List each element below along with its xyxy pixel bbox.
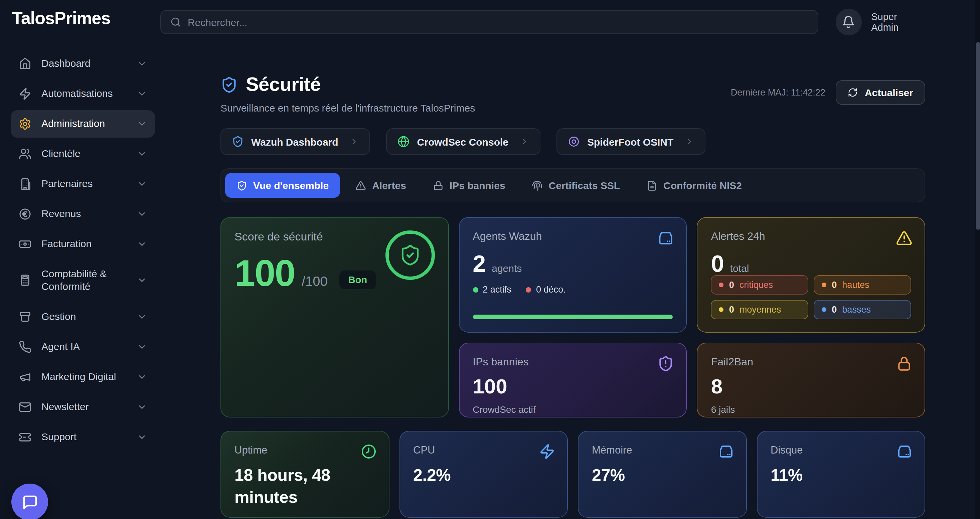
tab-ips-bannies[interactable]: IPs bannies	[422, 173, 517, 198]
security-score-max: /100	[302, 274, 328, 289]
zap-icon	[19, 88, 32, 100]
sidebar-item-label: Automatisations	[41, 88, 127, 100]
topbar: Super Admin	[160, 0, 980, 44]
search-icon	[170, 17, 181, 27]
agents-active-label: 2 actifs	[483, 285, 511, 295]
sidebar-item-label: Facturation	[41, 238, 127, 250]
card-title: Agents Wazuh	[473, 231, 673, 242]
spiderfoot-osint-link[interactable]: SpiderFoot OSINT	[557, 128, 705, 155]
shield-check-icon	[232, 135, 244, 148]
sidebar-item-automatisations[interactable]: Automatisations	[11, 80, 155, 108]
sidebar-item-agent-ia[interactable]: Agent IA	[11, 333, 155, 360]
refresh-button[interactable]: Actualiser	[836, 80, 925, 105]
severity-count: 0	[832, 280, 837, 290]
app-window: TalosPrimes Dashboard Automatisations Ad…	[0, 0, 980, 519]
sidebar-item-gestion[interactable]: Gestion	[11, 303, 155, 330]
sidebar-item-newsletter[interactable]: Newsletter	[11, 393, 155, 420]
chevron-down-icon	[137, 275, 147, 285]
tab-vue-densemble[interactable]: Vue d'ensemble	[225, 173, 340, 198]
globe-icon	[398, 135, 410, 148]
agents-disconnected-label: 0 déco.	[536, 285, 566, 295]
fail2ban-subtitle: 6 jails	[711, 404, 911, 415]
banned-ips-count: 100	[473, 376, 673, 397]
chevron-down-icon	[137, 239, 147, 249]
card-title: CPU	[413, 444, 554, 456]
tab-label: Alertes	[372, 180, 406, 191]
notifications-button[interactable]	[835, 9, 862, 35]
memory-card: Mémoire 27%	[578, 431, 746, 517]
sidebar-item-dashboard[interactable]: Dashboard	[11, 50, 155, 78]
archive-icon	[19, 310, 32, 323]
vertical-scrollbar[interactable]	[975, 0, 980, 519]
scrollbar-thumb[interactable]	[976, 42, 980, 230]
tab-label: IPs bannies	[450, 180, 505, 191]
sidebar-item-administration[interactable]: Administration	[11, 110, 155, 138]
ticket-icon	[19, 430, 32, 443]
last-update-text: Dernière MAJ: 11:42:22	[731, 88, 825, 97]
shield-check-icon	[220, 76, 238, 93]
tab-alertes[interactable]: Alertes	[344, 173, 417, 198]
hard-drive-icon	[897, 444, 913, 462]
euro-icon	[19, 208, 32, 220]
sidebar-item-support[interactable]: Support	[11, 423, 155, 451]
chevron-down-icon	[137, 119, 147, 129]
uptime-card: Uptime 18 hours, 48 minutes	[220, 431, 389, 517]
active-dot	[473, 287, 478, 292]
shield-check-icon	[237, 180, 247, 191]
megaphone-icon	[19, 370, 32, 383]
alert-triangle-icon	[896, 230, 913, 249]
alerts-total-unit: total	[730, 263, 749, 274]
app-logo: TalosPrimes	[11, 8, 158, 29]
lock-icon	[896, 355, 913, 375]
building-icon	[19, 178, 32, 190]
chevron-down-icon	[137, 149, 147, 159]
cpu-value: 2.2%	[413, 464, 554, 486]
crowdsec-console-link[interactable]: CrowdSec Console	[387, 128, 541, 155]
severity-dot	[719, 307, 724, 312]
tab-conformite-nis2[interactable]: Conformité NIS2	[635, 173, 753, 198]
sidebar-item-revenus[interactable]: Revenus	[11, 201, 155, 228]
security-score-card: Score de sécurité 100 /100 Bon	[220, 217, 449, 417]
chat-fab-button[interactable]	[11, 484, 48, 519]
chevron-down-icon	[137, 432, 147, 442]
phone-icon	[19, 340, 32, 353]
sidebar-item-label: Revenus	[41, 208, 127, 220]
tab-label: Certificats SSL	[549, 180, 620, 191]
hard-drive-icon	[718, 444, 734, 462]
refresh-icon	[848, 88, 858, 97]
sidebar-item-marketing-digital[interactable]: Marketing Digital	[11, 363, 155, 390]
search-input[interactable]	[188, 16, 808, 28]
sidebar-item-label: Newsletter	[41, 400, 127, 413]
mail-icon	[19, 400, 32, 413]
page-content: Sécurité Surveillance en temps réel de l…	[160, 44, 980, 517]
user-name[interactable]: Super Admin	[871, 11, 926, 33]
sidebar-item-facturation[interactable]: Facturation	[11, 231, 155, 258]
shield-alert-icon	[658, 355, 675, 375]
alerts-24h-card: Alertes 24h 0 total 0critiques 0hautes 0…	[697, 217, 925, 333]
tab-label: Conformité NIS2	[663, 180, 742, 191]
external-links-row: Wazuh Dashboard CrowdSec Console SpiderF…	[220, 128, 925, 155]
card-title: Fail2Ban	[711, 356, 911, 368]
sidebar-item-partenaires[interactable]: Partenaires	[11, 170, 155, 198]
sidebar-item-label: Administration	[41, 118, 127, 130]
home-icon	[19, 57, 32, 70]
chevron-down-icon	[137, 59, 147, 69]
disk-value: 11%	[771, 464, 911, 486]
severity-label: hautes	[842, 280, 869, 290]
sidebar-nav: Dashboard Automatisations Administration…	[11, 50, 158, 451]
security-cards-grid: Score de sécurité 100 /100 Bon	[220, 217, 925, 417]
card-title: Disque	[771, 444, 911, 456]
agents-count: 2	[473, 252, 486, 275]
severity-label: critiques	[740, 280, 773, 290]
tab-certificats-ssl[interactable]: Certificats SSL	[521, 173, 631, 198]
sidebar-item-comptabilite-conformite[interactable]: Comptabilité & Conformité	[11, 261, 155, 300]
cpu-card: CPU 2.2%	[399, 431, 568, 517]
link-label: SpiderFoot OSINT	[587, 136, 673, 147]
wazuh-dashboard-link[interactable]: Wazuh Dashboard	[220, 128, 371, 155]
agents-progress-bar	[473, 315, 673, 319]
alerts-total-count: 0	[711, 252, 724, 275]
sidebar-item-label: Marketing Digital	[41, 370, 127, 383]
sidebar-item-label: Partenaires	[41, 178, 127, 190]
chevron-down-icon	[137, 179, 147, 189]
sidebar-item-clientele[interactable]: Clientèle	[11, 140, 155, 168]
